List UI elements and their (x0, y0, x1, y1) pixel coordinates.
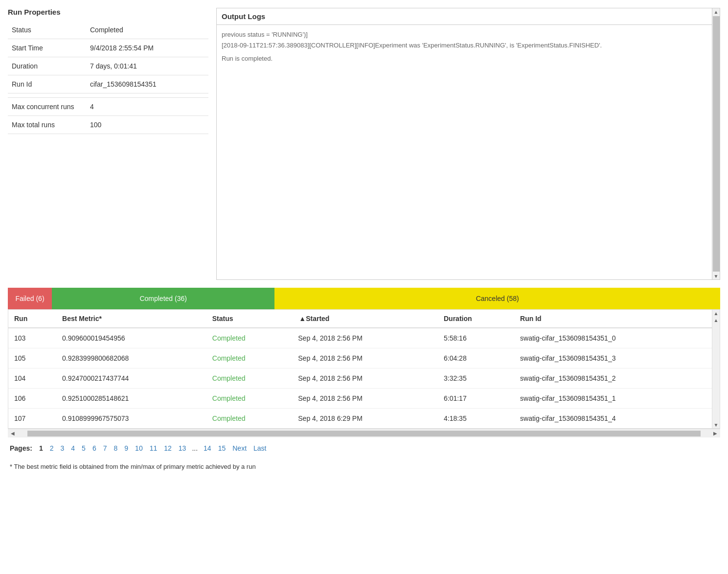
page-link-2[interactable]: 2 (47, 443, 57, 453)
table-scroll-up[interactable]: ▲ (713, 310, 720, 317)
prop-label: Run Id (8, 75, 86, 93)
prop-value: 7 days, 0:01:41 (86, 57, 208, 75)
col-header-runId: Run Id (514, 310, 720, 328)
prop-value: cifar_1536098154351 (86, 75, 208, 93)
cell-started: Sep 4, 2018 2:56 PM (292, 389, 438, 409)
table-scroll-up2[interactable]: ▲ (713, 317, 720, 323)
cell-run: 107 (8, 409, 56, 429)
h-scroll-right[interactable]: ▶ (710, 431, 720, 436)
cell-runId: swatig-cifar_1536098154351_0 (514, 328, 720, 348)
cell-duration: 6:04:28 (438, 348, 514, 368)
scroll-down-arrow[interactable]: ▼ (713, 273, 720, 279)
table-row[interactable]: 1060.9251000285148621CompletedSep 4, 201… (8, 389, 720, 409)
col-header-metric: Best Metric* (56, 310, 206, 328)
cell-status: Completed (206, 389, 293, 409)
page-link-13[interactable]: 13 (176, 443, 189, 453)
prop-label: Max concurrent runs (8, 98, 86, 116)
table-scrollbar[interactable]: ▲ ▲ ▼ (712, 310, 720, 428)
pagination-dots: ... (190, 443, 200, 453)
cell-started: Sep 4, 2018 6:29 PM (292, 409, 438, 429)
prop-label: Start Time (8, 39, 86, 57)
cell-runId: swatig-cifar_1536098154351_3 (514, 348, 720, 368)
log-line: previous status = 'RUNNING')] (222, 30, 710, 40)
completed-status: Completed (36) (52, 288, 274, 309)
runs-table-wrapper: RunBest Metric*Status▲StartedDurationRun… (8, 309, 720, 437)
cell-duration: 4:18:35 (438, 409, 514, 429)
page-link-14[interactable]: 14 (201, 443, 214, 453)
log-scrollbar[interactable]: ▲ ▼ (712, 8, 720, 279)
cell-duration: 3:32:35 (438, 368, 514, 389)
page-link-7[interactable]: 7 (100, 443, 110, 453)
cell-metric: 0.9247000217437744 (56, 368, 206, 389)
table-scroll-down[interactable]: ▼ (713, 421, 720, 428)
cell-duration: 6:01:17 (438, 389, 514, 409)
page-link-9[interactable]: 9 (121, 443, 131, 453)
properties-table: StatusCompletedStart Time9/4/2018 2:55:5… (8, 21, 208, 134)
prop-label: Status (8, 21, 86, 39)
prop-value: Completed (86, 21, 208, 39)
cell-runId: swatig-cifar_1536098154351_4 (514, 409, 720, 429)
table-row[interactable]: 1040.9247000217437744CompletedSep 4, 201… (8, 368, 720, 389)
col-header-started[interactable]: ▲Started (292, 310, 438, 328)
pages-label: Pages: (10, 444, 32, 452)
scroll-up-arrow[interactable]: ▲ (713, 8, 720, 15)
runs-table: RunBest Metric*Status▲StartedDurationRun… (8, 310, 720, 428)
page-link-1[interactable]: 1 (36, 443, 46, 453)
cell-metric: 0.9283999800682068 (56, 348, 206, 368)
table-row[interactable]: 1050.9283999800682068CompletedSep 4, 201… (8, 348, 720, 368)
status-bar: Failed (6) Completed (36) Canceled (58) (8, 288, 720, 309)
cell-run: 106 (8, 389, 56, 409)
col-header-duration: Duration (438, 310, 514, 328)
cell-run: 104 (8, 368, 56, 389)
run-properties-title: Run Properties (8, 8, 208, 16)
failed-status: Failed (6) (8, 288, 52, 309)
page-link-12[interactable]: 12 (161, 443, 175, 453)
scroll-thumb[interactable] (713, 16, 720, 272)
footnote: * The best metric field is obtained from… (8, 459, 720, 474)
runs-section: RunBest Metric*Status▲StartedDurationRun… (8, 309, 720, 429)
cell-run: 103 (8, 328, 56, 348)
prop-label: Max total runs (8, 116, 86, 134)
page-link-8[interactable]: 8 (111, 443, 121, 453)
h-scroll-track[interactable] (27, 431, 701, 436)
cell-metric: 0.909600019454956 (56, 328, 206, 348)
run-properties-panel: Run Properties StatusCompletedStart Time… (8, 8, 208, 280)
cell-status: Completed (206, 368, 293, 389)
cell-runId: swatig-cifar_1536098154351_1 (514, 389, 720, 409)
page-link-15[interactable]: 15 (215, 443, 229, 453)
page-link-5[interactable]: 5 (79, 443, 89, 453)
page-link-3[interactable]: 3 (58, 443, 68, 453)
cell-metric: 0.9251000285148621 (56, 389, 206, 409)
canceled-status: Canceled (58) (274, 288, 720, 309)
prop-label: Duration (8, 57, 86, 75)
cell-started: Sep 4, 2018 2:56 PM (292, 328, 438, 348)
page-next[interactable]: Next (229, 443, 250, 453)
page-link-4[interactable]: 4 (68, 443, 78, 453)
table-row[interactable]: 1070.9108999967575073CompletedSep 4, 201… (8, 409, 720, 429)
page-last[interactable]: Last (250, 443, 269, 453)
sort-arrow-icon: ▲ (299, 315, 306, 322)
horizontal-scrollbar[interactable]: ◀ ▶ (8, 429, 720, 437)
output-logs-title: Output Logs (217, 8, 720, 25)
log-line: Run is completed. (222, 54, 710, 64)
col-header-run: Run (8, 310, 56, 328)
cell-status: Completed (206, 328, 293, 348)
page-link-10[interactable]: 10 (132, 443, 146, 453)
cell-started: Sep 4, 2018 2:56 PM (292, 348, 438, 368)
cell-duration: 5:58:16 (438, 328, 514, 348)
output-logs-content[interactable]: previous status = 'RUNNING')][2018-09-11… (217, 25, 720, 279)
cell-run: 105 (8, 348, 56, 368)
cell-metric: 0.9108999967575073 (56, 409, 206, 429)
cell-status: Completed (206, 409, 293, 429)
pagination: Pages: 12345678910111213...1415NextLast (8, 437, 720, 459)
col-header-status: Status (206, 310, 293, 328)
page-link-11[interactable]: 11 (147, 443, 160, 453)
prop-value: 100 (86, 116, 208, 134)
cell-runId: swatig-cifar_1536098154351_2 (514, 368, 720, 389)
prop-value: 4 (86, 98, 208, 116)
table-row[interactable]: 1030.909600019454956CompletedSep 4, 2018… (8, 328, 720, 348)
log-line: [2018-09-11T21:57:36.389083][CONTROLLER]… (222, 41, 710, 50)
h-scroll-left[interactable]: ◀ (8, 431, 18, 436)
page-link-6[interactable]: 6 (90, 443, 99, 453)
cell-started: Sep 4, 2018 2:56 PM (292, 368, 438, 389)
